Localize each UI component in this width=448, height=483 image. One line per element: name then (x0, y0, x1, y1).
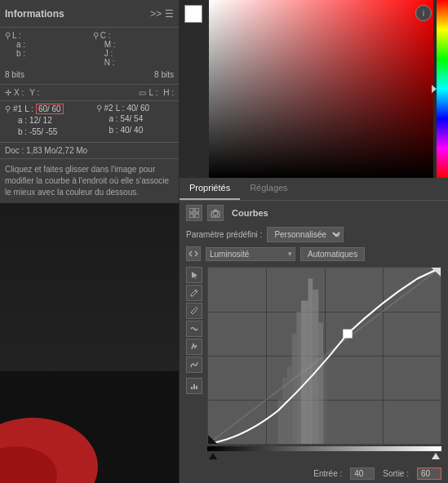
hue-slider[interactable] (437, 0, 448, 178)
sample-2-col: ⚲ #2 L : 40/ 60 a : 54/ 54 b : 40/ 40 (96, 104, 175, 138)
lab-col: ⚲ L : a : b : (5, 31, 86, 67)
eyedropper-icon-1: ⚲ (5, 31, 11, 40)
curves-container (180, 264, 448, 464)
eyedropper-icon-2: ⚲ (93, 31, 99, 40)
tab-reglages[interactable]: Réglages (240, 178, 297, 200)
c-label: C : (100, 31, 111, 40)
sample-2-b-value: 40/ 40 (120, 126, 143, 135)
sample-2-number: #2 (104, 104, 113, 113)
svg-rect-15 (318, 323, 323, 445)
doc-size: Doc : 1,83 Mo/2,72 Mo (5, 146, 87, 155)
properties-panel: Propriétés Réglages (180, 178, 448, 483)
sample-1-a-row: a : 12/ 12 (5, 115, 83, 126)
props-tabs: Propriétés Réglages (180, 178, 448, 201)
svg-rect-19 (287, 367, 292, 445)
color-preview-square[interactable] (184, 5, 202, 23)
svg-marker-24 (208, 435, 217, 444)
sample-1-l-label: L : (24, 104, 33, 113)
panel-header: Informations >> ☰ (0, 0, 179, 28)
sample-2-a-label: a : (109, 114, 118, 123)
x-label: X : (14, 88, 24, 97)
help-description: Cliquez et faites glisser dans l'image p… (5, 165, 169, 197)
grid-icon (189, 208, 199, 218)
svg-rect-11 (196, 386, 197, 389)
svg-rect-4 (189, 214, 193, 218)
pointer-tool[interactable] (186, 267, 202, 283)
bits-row: 8 bits 8 bits (5, 69, 174, 81)
color-gradient-area[interactable] (209, 0, 433, 178)
tab-proprietes[interactable]: Propriétés (180, 178, 240, 200)
hue-arrow (432, 85, 437, 93)
sample-1-l-value: 60/ 60 (36, 104, 64, 114)
eyedropper-tool[interactable] (186, 303, 202, 319)
left-panel: Informations >> ☰ ⚲ L : a : b : (0, 0, 180, 483)
channel-select-wrapper[interactable]: Luminosité (206, 247, 295, 261)
sample-1-b-row: b : -55/ -55 (5, 126, 83, 138)
eyedropper-icon-s2: ⚲ (96, 104, 102, 113)
right-panel: i Propriétés Réglages (180, 0, 448, 483)
sample-2-b-label: b : (109, 126, 118, 135)
camera-icon-btn[interactable] (207, 205, 224, 221)
param-row: Paramètre prédéfini : Personnalisée (180, 225, 448, 244)
sample-1-b-label: b : (18, 127, 27, 136)
l-label: L : (12, 31, 21, 40)
svg-rect-5 (195, 214, 199, 218)
svg-rect-9 (191, 387, 193, 389)
sample-2-header: ⚲ #2 L : 40/ 60 (96, 104, 175, 113)
crosshair-icon: ✛ (5, 88, 11, 97)
help-text: Cliquez et faites glisser dans l'image p… (0, 159, 179, 203)
grid-icon-btn[interactable] (186, 205, 202, 221)
l-coord-label: L : (149, 88, 157, 97)
camera-icon (211, 208, 220, 218)
panel-header-icons: >> ☰ (150, 8, 174, 20)
eyedropper-icon-s1: ⚲ (5, 104, 11, 113)
param-select-wrapper[interactable]: Personnalisée (267, 227, 344, 242)
sample-1-a-label: a : (18, 116, 27, 125)
black-point-marker[interactable] (209, 453, 217, 459)
b-label: b : (16, 49, 25, 58)
expand-icon[interactable]: >> (150, 8, 162, 20)
curves-tools (186, 267, 204, 461)
sample-section: ⚲ #1 L : 60/ 60 a : 12/ 12 b : -55/ -55 … (0, 101, 179, 143)
sample-row: ⚲ #1 L : 60/ 60 a : 12/ 12 b : -55/ -55 … (5, 104, 174, 138)
white-point-marker[interactable] (432, 453, 440, 459)
pen-tool[interactable] (186, 285, 202, 301)
svg-rect-23 (343, 330, 352, 339)
sample-2-a-row: a : 54/ 54 (96, 113, 175, 125)
entree-label: Entrée : (313, 469, 342, 478)
image-preview (0, 203, 179, 483)
param-select[interactable]: Personnalisée (267, 227, 344, 242)
entree-value[interactable]: 40 (350, 467, 375, 480)
sample-1-col: ⚲ #1 L : 60/ 60 a : 12/ 12 b : -55/ -55 (5, 104, 83, 138)
xy-col: ✛ X : Y : (5, 88, 39, 97)
wave-tool[interactable] (186, 321, 202, 337)
info-icon[interactable]: i (415, 5, 432, 21)
curves-graph[interactable] (207, 267, 441, 445)
auto-button[interactable]: Automatiques (300, 247, 365, 261)
svg-rect-3 (195, 208, 199, 212)
cmjn-col: ⚲ C : M : J : N : (93, 31, 174, 67)
courbes-label: Courbes (232, 208, 268, 218)
sample-2-b-row: b : 40/ 40 (96, 125, 175, 136)
channel-select[interactable]: Luminosité (206, 247, 295, 261)
sample-1-number: #1 (13, 104, 22, 113)
a-label: a : (16, 40, 25, 49)
smooth-tool[interactable] (186, 357, 202, 373)
lh-col: ▭ L : H : (139, 88, 174, 97)
red-shape-svg (0, 385, 114, 483)
svg-rect-2 (189, 208, 193, 212)
curves-bottom: Entrée : 40 Sortie : 60 (180, 464, 448, 483)
pencil-free-tool[interactable] (186, 339, 202, 355)
channel-arrows-icon[interactable] (186, 246, 201, 261)
histogram-tool[interactable] (186, 378, 202, 394)
menu-icon[interactable]: ☰ (165, 8, 174, 20)
y-label: Y : (29, 88, 39, 97)
sortie-value[interactable]: 60 (417, 467, 441, 480)
coords-section: ✛ X : Y : ▭ L : H : (0, 85, 179, 101)
sample-1-a-value: 12/ 12 (29, 116, 52, 125)
svg-rect-10 (193, 384, 195, 389)
bits-2: 8 bits (154, 70, 174, 79)
color-picker-area[interactable]: i (180, 0, 448, 178)
histogram-svg (208, 268, 441, 444)
svg-rect-18 (282, 378, 287, 444)
